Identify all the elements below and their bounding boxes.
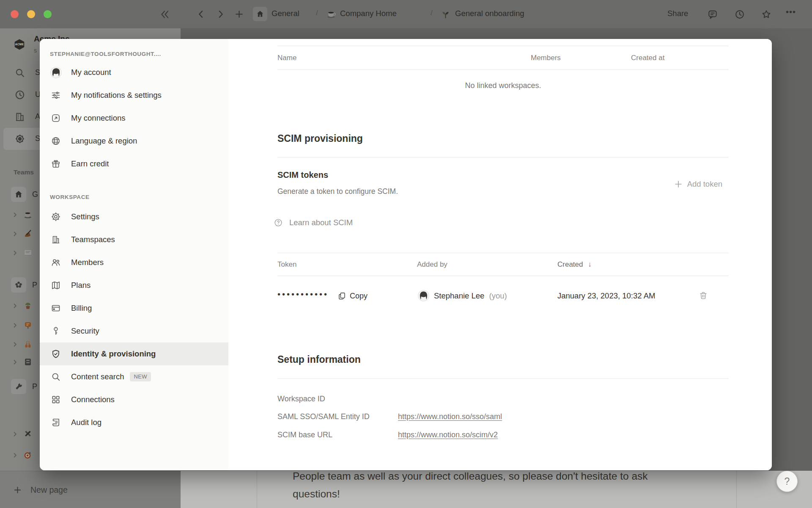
- column-header-created[interactable]: Created ↓: [557, 260, 592, 269]
- back-icon[interactable]: [196, 9, 206, 19]
- new-page-bar[interactable]: New page: [0, 471, 181, 508]
- building-icon[interactable]: [14, 111, 25, 122]
- close-window-button[interactable]: [11, 10, 19, 18]
- chevron-right-icon[interactable]: [12, 341, 18, 348]
- globe-icon: [50, 135, 62, 147]
- section-divider: [277, 378, 729, 379]
- tree-item-people[interactable]: P: [32, 281, 37, 290]
- building-icon: [50, 234, 62, 246]
- new-tab-icon[interactable]: [234, 9, 244, 19]
- potted-plant-icon[interactable]: [23, 301, 33, 310]
- writing-hand-icon[interactable]: [23, 229, 33, 238]
- settings-nav-content-search[interactable]: Content search NEW: [40, 365, 228, 388]
- table-border: [277, 69, 729, 70]
- settings-nav-plans[interactable]: Plans: [40, 274, 228, 297]
- sliders-icon: [50, 89, 62, 101]
- shield-check-icon: [50, 348, 62, 360]
- settings-nav-language-region[interactable]: Language & region: [40, 130, 228, 152]
- column-header-name: Name: [277, 54, 296, 62]
- hammer-wrench-icon[interactable]: [23, 429, 33, 439]
- gear-icon[interactable]: [14, 133, 25, 144]
- document-icon[interactable]: [23, 248, 33, 257]
- new-badge: NEW: [130, 372, 151, 381]
- settings-nav-teamspaces[interactable]: Teamspaces: [40, 228, 228, 251]
- settings-nav-earn-credit[interactable]: Earn credit: [40, 152, 228, 175]
- card-file-box-icon[interactable]: [23, 357, 33, 367]
- minimize-window-button[interactable]: [27, 10, 35, 18]
- more-options-icon[interactable]: •••: [786, 7, 796, 17]
- updates-clock-icon[interactable]: [734, 9, 745, 20]
- chevron-right-icon[interactable]: [12, 303, 18, 309]
- setup-label-scim-base-url: SCIM base URL: [277, 431, 332, 439]
- raised-hands-icon[interactable]: [23, 340, 33, 349]
- breadcrumb-item-company-home[interactable]: Company Home: [340, 9, 397, 18]
- scim-provisioning-heading: SCIM provisioning: [277, 133, 363, 144]
- settings-nav-members[interactable]: Members: [40, 251, 228, 274]
- settings-nav-my-account[interactable]: My account: [40, 61, 228, 84]
- delete-token-icon[interactable]: [699, 291, 708, 300]
- wrench-icon[interactable]: [11, 379, 26, 394]
- help-button[interactable]: ?: [776, 471, 798, 492]
- flower-icon[interactable]: [11, 277, 26, 293]
- grid-icon: [50, 394, 62, 406]
- clock-icon[interactable]: [14, 89, 25, 100]
- scim-base-url-link[interactable]: https://www.notion.so/scim/v2: [398, 431, 498, 439]
- coffee-icon[interactable]: [23, 210, 33, 219]
- home-icon: [256, 10, 264, 18]
- sign-icon[interactable]: [23, 320, 33, 330]
- setup-information-heading: Setup information: [277, 354, 361, 365]
- gear-icon: [50, 211, 62, 223]
- token-added-by: Stephanie Lee (you): [434, 291, 507, 301]
- comments-icon[interactable]: [707, 9, 718, 20]
- chevron-right-icon[interactable]: [12, 431, 18, 437]
- settings-modal: STEPHANIE@TOOLSFORTHOUGHT.... My account…: [40, 39, 772, 470]
- search-icon[interactable]: [14, 67, 25, 78]
- map-icon: [50, 279, 62, 291]
- chevron-right-icon[interactable]: [12, 359, 18, 365]
- saml-sso-link[interactable]: https://www.notion.so/sso/saml: [398, 412, 502, 421]
- teams-section-header[interactable]: Teams: [14, 168, 34, 176]
- add-token-button[interactable]: Add token: [674, 179, 722, 189]
- empty-state-text: No linked workspaces.: [277, 81, 729, 90]
- breadcrumb-item-general[interactable]: General: [272, 9, 299, 18]
- forward-icon[interactable]: [215, 9, 226, 19]
- settings-sidebar: STEPHANIE@TOOLSFORTHOUGHT.... My account…: [40, 39, 228, 470]
- column-header-added-by: Added by: [417, 260, 447, 269]
- setup-label-saml-entity-id: SAML SSO/SAML Entity ID: [277, 412, 370, 421]
- chevron-right-icon[interactable]: [12, 212, 18, 218]
- favorite-star-icon[interactable]: [761, 9, 772, 20]
- scim-tokens-description: Generate a token to configure SCIM.: [277, 187, 398, 196]
- tree-item-product[interactable]: P: [32, 382, 37, 391]
- settings-nav-identity-provisioning[interactable]: Identity & provisioning: [40, 342, 228, 365]
- gift-icon: [50, 158, 62, 170]
- chevron-right-icon[interactable]: [12, 322, 18, 329]
- chevron-right-icon[interactable]: [12, 250, 18, 256]
- chevron-right-icon[interactable]: [12, 231, 18, 237]
- token-created-date: January 23, 2023, 10:32 AM: [557, 291, 655, 301]
- settings-nav-billing[interactable]: Billing: [40, 297, 228, 320]
- chevron-right-icon[interactable]: [12, 452, 18, 458]
- share-button[interactable]: Share: [667, 9, 688, 18]
- avatar: [50, 66, 62, 78]
- workspace-logo[interactable]: ACME: [13, 38, 26, 51]
- settings-nav-security[interactable]: Security: [40, 320, 228, 342]
- page-paragraph: People team as well as your direct colle…: [293, 467, 648, 503]
- settings-nav-connections[interactable]: Connections: [40, 388, 228, 411]
- copy-token-button[interactable]: Copy: [337, 292, 368, 301]
- workspace-subtitle: s: [34, 47, 37, 54]
- settings-nav-my-connections[interactable]: My connections: [40, 107, 228, 130]
- home-icon[interactable]: [11, 187, 26, 202]
- collapse-sidebar-icon[interactable]: [159, 9, 170, 20]
- breadcrumb-home-chip[interactable]: [253, 7, 267, 21]
- settings-nav-notifications[interactable]: My notifications & settings: [40, 84, 228, 107]
- section-divider: [277, 157, 729, 157]
- settings-nav-settings[interactable]: Settings: [40, 205, 228, 228]
- table-border: [277, 276, 729, 276]
- settings-nav-audit-log[interactable]: Audit log: [40, 411, 228, 434]
- question-circle-icon: [274, 218, 283, 227]
- breadcrumb-item-general-onboarding[interactable]: General onboarding: [455, 9, 524, 18]
- learn-about-scim-link[interactable]: Learn about SCIM: [274, 218, 353, 227]
- tree-item-general[interactable]: G: [32, 190, 38, 199]
- maximize-window-button[interactable]: [44, 10, 52, 18]
- dart-target-icon[interactable]: [23, 450, 33, 460]
